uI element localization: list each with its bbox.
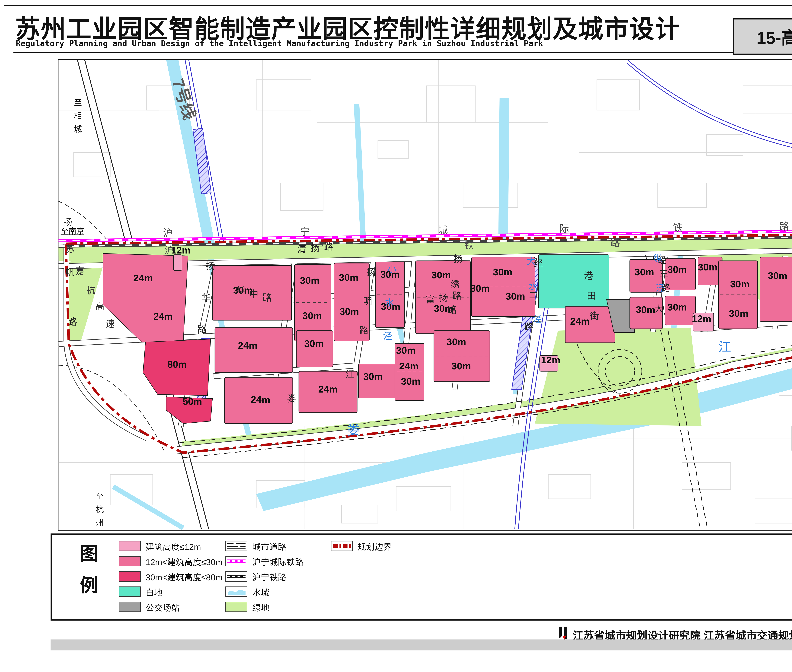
rail-name-沪宁城际铁路: 城 — [438, 224, 448, 235]
height-label-30m: 30m — [667, 302, 687, 312]
road-name-清扬路: 清 — [297, 244, 306, 254]
legend-item: 水域 — [225, 584, 303, 599]
parcel-white[interactable] — [539, 254, 609, 308]
height-label-30m: 30m — [431, 269, 451, 280]
expressway-name-苏嘉杭高速: 嘉 — [75, 266, 85, 276]
legend-swatch-boundary — [331, 541, 353, 551]
legend-item: 建筑高度≤12m — [119, 538, 223, 554]
river-name-纵泾: 纵 — [653, 253, 662, 263]
road-name-富扬路: 富 — [426, 294, 435, 304]
expressway-name-苏嘉杭高速: 苏 — [66, 244, 75, 254]
height-label-24m: 24m — [238, 340, 257, 351]
canal-north — [498, 98, 509, 243]
map-frame[interactable]: 24m24m24m24m24m24m24m24m80m50m12m12m12m1… — [58, 59, 792, 531]
parcel-p12[interactable] — [173, 254, 182, 270]
expressway-name-苏嘉杭高速: 速 — [106, 319, 115, 329]
road-name-港田街: 港 — [584, 271, 593, 281]
metro-line-label: 7号线 — [168, 77, 199, 122]
river-name-大水泾: 大 — [527, 256, 536, 266]
height-label-24m: 24m — [153, 311, 173, 322]
river-name-大水泾: 水 — [528, 281, 538, 291]
height-label-30m: 30m — [636, 304, 655, 315]
height-label-30m: 30m — [667, 264, 687, 275]
road-name-经二路: 路 — [524, 322, 533, 332]
road-name-扬帆路: 扬 — [63, 217, 72, 227]
legend-column: 规划边界 — [331, 538, 392, 554]
legend-column: 建筑高度≤12m12m<建筑高度≤30m30m<建筑高度≤80m白地公交场站 — [119, 538, 223, 614]
legend-swatch-water — [225, 587, 247, 597]
road-name-扬绣路: 绣 — [451, 279, 460, 290]
road-name-经二路: 二 — [529, 290, 538, 300]
height-label-30m: 30m — [363, 371, 383, 382]
page-top-border — [4, 5, 792, 6]
direction-至南京: 至南京 — [61, 227, 85, 236]
road-name-清扬路: 路 — [324, 242, 333, 252]
road-name-华中路: 路 — [263, 293, 272, 303]
height-label-30m: 30m — [340, 306, 359, 317]
road-name-娄江大道: 江 — [345, 369, 354, 379]
height-label-30m: 30m — [396, 345, 416, 356]
direction-至杭州: 杭 — [96, 505, 104, 514]
height-label-30m: 30m — [730, 279, 750, 290]
road-name-扬明路: 扬 — [367, 267, 376, 277]
sheet-number-box: 15-高度控制规划图 — [733, 18, 792, 55]
road-name-娄江大道: 大 — [654, 304, 664, 314]
road-name-经三路: 三 — [659, 269, 669, 279]
legend-label: 沪宁铁路 — [252, 570, 286, 582]
road-name-华中路: 华 — [236, 285, 245, 296]
rail-name-沪宁城际铁路: 铁 — [673, 222, 683, 233]
road-name-扬华路: 华 — [202, 293, 211, 303]
road-name-港田街: 街 — [590, 311, 599, 321]
height-label-30m: 30m — [635, 267, 654, 277]
legend-label: 绿地 — [252, 601, 269, 613]
expressway-name-苏嘉杭高速: 高 — [95, 301, 104, 311]
sheet-viewport: 苏州工业园区智能制造产业园区控制性详细规划及城市设计 Regulatory Pl… — [0, 0, 792, 672]
road-name-富扬路: 扬 — [439, 293, 448, 303]
legend-swatch-white — [119, 587, 141, 597]
legend-label: 水域 — [252, 586, 269, 598]
height-label-12m: 12m — [692, 313, 711, 324]
rail-name-沪宁铁路: 沪 — [164, 245, 174, 256]
height-label-50m: 50m — [183, 396, 202, 407]
legend-item: 公交场站 — [119, 599, 223, 614]
rail-name-沪宁城际铁路: 沪 — [163, 227, 173, 238]
legend-item: 规划边界 — [331, 538, 392, 554]
height-label-30m: 30m — [470, 283, 490, 294]
plan-map[interactable]: 24m24m24m24m24m24m24m24m80m50m12m12m12m1… — [58, 60, 792, 530]
legend-swatch-rail — [225, 571, 247, 582]
parcel-p30[interactable] — [760, 257, 792, 322]
rail-name-沪宁铁路: 路 — [610, 237, 620, 248]
height-label-30m: 30m — [698, 262, 717, 272]
height-label-30m: 30m — [401, 376, 420, 387]
legend-label: 公交场站 — [146, 601, 180, 613]
river-name-纵泾: 泾 — [656, 283, 665, 294]
rail-name-沪宁城际铁路: 路 — [779, 221, 789, 232]
footer-gray-strip — [51, 639, 792, 650]
road-name-富扬路: 路 — [452, 291, 462, 301]
road-name-华中路: 中 — [249, 289, 258, 299]
page-subtitle-en: Regulatory Planning and Urban Design of … — [16, 39, 729, 48]
height-label-30m: 30m — [506, 291, 525, 302]
legend-label: 12m<建筑高度≤30m — [146, 555, 223, 567]
rail-name-沪宁城际铁路: 际 — [559, 223, 569, 234]
legend-label: 白地 — [146, 586, 163, 598]
legend-item: 沪宁城际铁路 — [225, 554, 303, 569]
legend-swatch-p30 — [119, 556, 141, 566]
legend-item: 12m<建筑高度≤30m — [119, 554, 223, 569]
road-name-港田街: 田 — [587, 291, 596, 301]
height-label-24m: 24m — [570, 316, 590, 326]
road-name-扬帆路: 帆 — [66, 267, 75, 277]
legend-label: 沪宁城际铁路 — [252, 555, 303, 567]
river-name-小水泾: 泾 — [383, 331, 392, 341]
road-name-扬明路: 明 — [363, 296, 372, 306]
height-label-80m: 80m — [167, 359, 187, 370]
legend-item: 城市道路 — [225, 538, 303, 554]
height-label-30m: 30m — [451, 360, 471, 371]
title-underline — [13, 53, 733, 53]
road-name-扬华路: 路 — [197, 324, 207, 334]
sheet-number: 15-高度控制规划图 — [757, 24, 792, 49]
height-label-30m: 30m — [339, 272, 359, 283]
height-label-24m: 24m — [133, 272, 153, 283]
legend-label: 建筑高度≤12m — [146, 540, 201, 552]
height-label-30m: 30m — [447, 336, 466, 347]
